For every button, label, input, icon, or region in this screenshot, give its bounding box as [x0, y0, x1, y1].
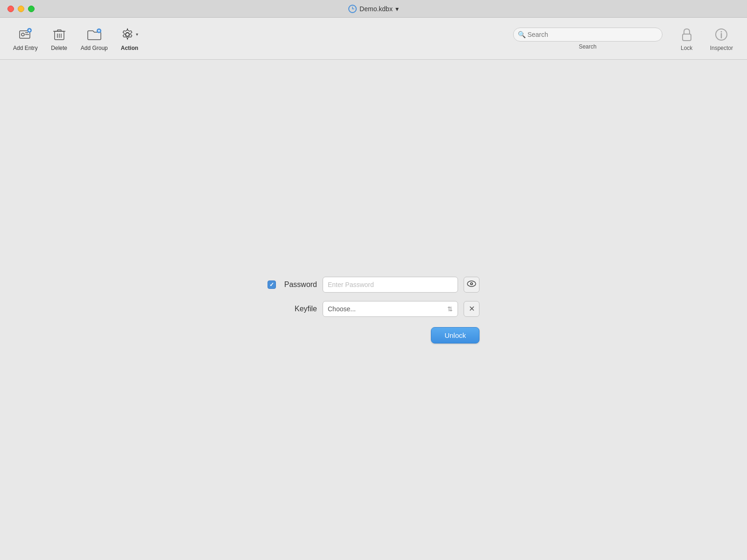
- title-filename: Demo.kdbx: [359, 5, 393, 13]
- lock-icon: [678, 26, 695, 43]
- lock-label: Lock: [681, 45, 692, 51]
- password-input[interactable]: [323, 277, 458, 293]
- window-title: Demo.kdbx ▾: [348, 5, 399, 13]
- toolbar: Add Entry Delete: [0, 18, 747, 60]
- add-entry-button[interactable]: Add Entry: [7, 22, 43, 55]
- minimize-button[interactable]: [18, 6, 24, 12]
- svg-rect-20: [683, 34, 691, 41]
- password-label: Password: [280, 280, 317, 289]
- action-label: Action: [121, 45, 138, 51]
- show-password-button[interactable]: [464, 277, 479, 293]
- close-button[interactable]: [7, 6, 14, 12]
- keyfile-clear-button[interactable]: ✕: [464, 301, 479, 317]
- search-input[interactable]: [513, 28, 662, 42]
- search-label: Search: [579, 43, 597, 50]
- gear-icon: [121, 28, 134, 41]
- inspector-label: Inspector: [710, 45, 733, 51]
- traffic-lights: [7, 6, 35, 12]
- keyfile-row: Keyfile Choose... ⇅ ✕: [280, 301, 479, 317]
- main-content: ✓ Password Keyfile Choose... ⇅: [0, 60, 747, 560]
- svg-point-23: [721, 31, 722, 32]
- action-icon-wrap: ▾: [121, 26, 138, 43]
- check-icon: ✓: [269, 281, 274, 288]
- add-group-label: Add Group: [81, 45, 108, 51]
- unlock-dialog: ✓ Password Keyfile Choose... ⇅: [268, 277, 479, 343]
- action-dropdown-arrow: ▾: [136, 32, 138, 37]
- delete-icon: [51, 26, 68, 43]
- svg-point-19: [126, 33, 129, 36]
- keyfile-label: Keyfile: [280, 305, 317, 313]
- search-icon: 🔍: [518, 31, 526, 38]
- title-dropdown-arrow[interactable]: ▾: [395, 5, 399, 13]
- delete-label: Delete: [51, 45, 67, 51]
- unlock-label: Unlock: [444, 331, 466, 339]
- password-checkbox-wrap: ✓ Password: [268, 280, 317, 289]
- add-entry-label: Add Entry: [13, 45, 38, 51]
- title-bar: Demo.kdbx ▾: [0, 0, 747, 18]
- add-group-button[interactable]: Add Group: [75, 22, 113, 55]
- add-group-icon: [86, 26, 103, 43]
- eye-icon: [467, 280, 476, 289]
- keyfile-placeholder: Choose...: [328, 305, 356, 313]
- clear-icon: ✕: [469, 304, 475, 313]
- password-checkbox[interactable]: ✓: [268, 280, 276, 289]
- inspector-icon: [713, 26, 730, 43]
- keyfile-select[interactable]: Choose... ⇅: [323, 301, 458, 317]
- password-row: ✓ Password: [268, 277, 479, 293]
- kdbx-icon: [348, 5, 357, 13]
- toolbar-right-buttons: Lock Inspector: [672, 22, 740, 55]
- search-container: 🔍 Search: [513, 28, 662, 50]
- lock-button[interactable]: Lock: [672, 22, 702, 55]
- svg-point-26: [471, 283, 472, 284]
- delete-button[interactable]: Delete: [45, 22, 73, 55]
- add-entry-icon: [17, 26, 34, 43]
- action-button[interactable]: ▾ Action: [115, 22, 144, 55]
- unlock-button[interactable]: Unlock: [431, 327, 479, 343]
- maximize-button[interactable]: [28, 6, 35, 12]
- svg-point-2: [21, 33, 24, 36]
- keyfile-updown-icon: ⇅: [447, 305, 453, 313]
- inspector-button[interactable]: Inspector: [704, 22, 740, 55]
